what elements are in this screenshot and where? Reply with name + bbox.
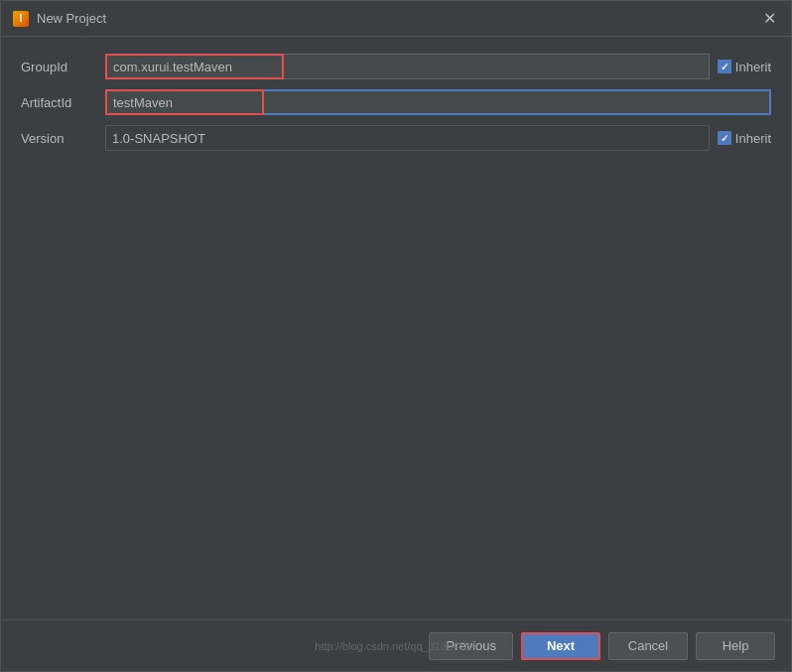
groupid-input-rest[interactable]: [284, 54, 710, 79]
artifactid-input-highlighted[interactable]: [105, 89, 264, 115]
empty-space: [21, 160, 771, 604]
close-button[interactable]: ✕: [759, 9, 779, 29]
artifactid-label: ArtifactId: [21, 95, 105, 110]
watermark: http://blog.csdn.net/qq_31384584: [315, 640, 476, 652]
groupid-inherit-area: Inherit: [718, 60, 771, 74]
cancel-button[interactable]: Cancel: [608, 632, 688, 660]
help-button[interactable]: Help: [696, 632, 775, 660]
groupid-input-wrapper: [105, 54, 710, 79]
bottom-bar: http://blog.csdn.net/qq_31384584 Previou…: [1, 619, 791, 671]
artifactid-input-wrapper: [105, 89, 771, 115]
version-label: Version: [21, 131, 105, 146]
artifactid-input-rest[interactable]: [264, 89, 771, 115]
title-bar: I New Project ✕: [1, 1, 791, 37]
version-inherit-checkbox[interactable]: [718, 131, 731, 145]
new-project-dialog: I New Project ✕ GroupId Inherit Artifact…: [0, 0, 792, 672]
groupid-label: GroupId: [21, 60, 105, 74]
version-input[interactable]: [105, 125, 710, 151]
version-row: Version Inherit: [21, 124, 771, 152]
version-input-area: [105, 125, 710, 151]
groupid-inherit-checkbox[interactable]: [718, 60, 731, 73]
groupid-input-highlighted[interactable]: [105, 54, 284, 79]
next-button[interactable]: Next: [521, 632, 600, 660]
groupid-inherit-label: Inherit: [735, 60, 771, 74]
content-area: GroupId Inherit ArtifactId Version: [1, 37, 791, 619]
app-icon: I: [13, 11, 29, 27]
dialog-title: New Project: [37, 11, 106, 26]
artifactid-row: ArtifactId: [21, 88, 771, 116]
title-bar-left: I New Project: [13, 11, 106, 27]
groupid-row: GroupId Inherit: [21, 53, 771, 80]
version-inherit-label: Inherit: [735, 131, 771, 146]
version-inherit-area: Inherit: [718, 131, 771, 146]
